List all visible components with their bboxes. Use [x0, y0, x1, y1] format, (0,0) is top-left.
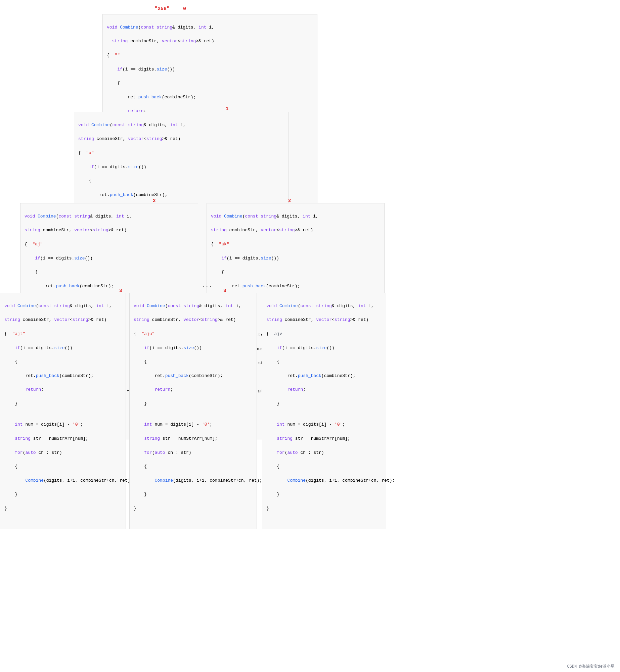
code-block-3-right: void Combine(const string& digits, int i…: [262, 293, 386, 529]
code-block-3-mid: void Combine(const string& digits, int i…: [129, 293, 257, 529]
ellipsis-dots: ...: [202, 282, 212, 289]
watermark: CSDN @海绵宝宝de派小星: [567, 664, 615, 669]
top-annotation: "258" 0: [154, 6, 186, 12]
number-0-label: 0: [183, 6, 186, 12]
annotation-2b: 2: [288, 198, 291, 203]
main-container: "258" 0 void Combine(const string& digit…: [0, 0, 620, 672]
annotation-2a: 2: [153, 198, 156, 203]
string-258-label: "258": [154, 6, 170, 12]
annotation-1: 1: [226, 106, 228, 111]
code-block-3-left: void Combine(const string& digits, int i…: [0, 293, 126, 529]
